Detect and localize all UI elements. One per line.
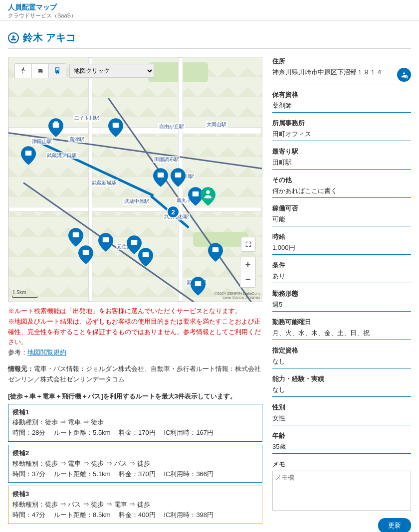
zoom-in-button[interactable]: + <box>240 257 255 272</box>
station-label: 武蔵新城駅 <box>91 179 118 186</box>
cond-label: 条件 <box>272 261 411 270</box>
candidate-title: 候補1 <box>12 407 258 418</box>
svg-point-16 <box>403 72 405 74</box>
svg-rect-8 <box>73 232 79 237</box>
notice-line: ※地図及びルート結果は、必ずしもお客様の使用目的または要求を満たすことおよび正確… <box>8 317 262 348</box>
gender-value: 女性 <box>272 414 411 425</box>
memo-label: メモ <box>272 460 411 469</box>
station-value: 田町駅 <box>272 158 411 170</box>
candidate-title: 候補3 <box>12 489 258 500</box>
map-pin[interactable] <box>78 245 93 264</box>
mode-train-button[interactable] <box>49 64 66 78</box>
other-label: その他 <box>272 176 411 184</box>
ref-label: 参考： <box>8 349 27 356</box>
svg-rect-1 <box>54 122 58 124</box>
reqcert-value: なし <box>272 357 411 368</box>
map-terms-link[interactable]: 地図閲覧規約 <box>27 349 66 356</box>
svg-rect-2 <box>113 123 119 128</box>
svg-rect-10 <box>83 250 89 255</box>
person-header: 鈴木 アキコ <box>8 31 411 49</box>
skill-value: なし <box>272 385 411 397</box>
map-pin[interactable] <box>48 118 63 137</box>
skill-label: 能力・経験・実績 <box>272 374 411 383</box>
svg-rect-13 <box>212 247 219 252</box>
avail-value: 可能 <box>272 215 411 226</box>
map-pin[interactable] <box>171 168 186 187</box>
gender-label: 性別 <box>272 403 411 412</box>
map-pin[interactable] <box>68 228 83 247</box>
cert-label: 保有資格 <box>272 90 411 99</box>
map-pin[interactable] <box>108 118 123 137</box>
station-label: 津田山駅 <box>31 138 53 145</box>
days-value: 月、火、水、木、金、土、日、祝 <box>272 329 411 340</box>
app-header: 人員配置マップ クラウドサービス（SaaS） <box>0 0 419 21</box>
map-scale: 1.5km <box>12 290 37 298</box>
wage-label: 時給 <box>272 232 411 241</box>
address-value: 神奈川県川崎市中原区下沼部１９１４ <box>272 68 393 77</box>
map-pin[interactable] <box>138 248 153 267</box>
station-label: 自由が丘駅 <box>158 123 185 130</box>
reqcert-label: 指定資格 <box>272 346 411 355</box>
map-pin[interactable] <box>191 277 206 296</box>
person-icon <box>8 32 19 43</box>
route-candidate-1[interactable]: 候補1 移動種別：徒歩 ⇒ 電車 ⇒ 徒歩 時間：28分 ルート距離：5.5km… <box>8 404 262 442</box>
station-label: 大岡山駅 <box>206 121 227 128</box>
station-label: 二子玉川駅 <box>73 115 100 122</box>
other-value: 何かあればここに書く <box>272 186 411 198</box>
station-label: 最寄り駅 <box>272 147 411 156</box>
wage-value: 1,000円 <box>272 243 411 255</box>
map-pin[interactable] <box>208 243 223 262</box>
svg-rect-3 <box>25 151 32 156</box>
memo-textarea[interactable] <box>272 471 411 511</box>
map-canvas[interactable]: 二子玉川駅 自由が丘駅 大岡山駅 津田山駅 高津駅 武蔵溝ノ口駅 田園調布駅 多… <box>8 57 262 302</box>
map-mode-select[interactable]: 地図クリック <box>69 64 154 78</box>
source-label: 情報元： <box>8 365 34 372</box>
map-pin[interactable] <box>98 233 113 252</box>
source-text: 電車・バス情報：ジョルダン株式会社、自動車・歩行者ルート情報：株式会社ゼンリン／… <box>8 365 261 383</box>
zoom-out-button[interactable]: − <box>240 272 255 287</box>
candidate-mode: 移動種別：徒歩 ⇒ 電車 ⇒ 徒歩 <box>12 417 258 428</box>
svg-rect-6 <box>193 191 199 196</box>
svg-line-18 <box>407 78 408 78</box>
zoom-control: + − <box>240 257 256 288</box>
svg-point-7 <box>206 190 210 194</box>
fullscreen-button[interactable] <box>241 237 256 252</box>
form-value: 週5 <box>272 300 411 312</box>
candidate-mode: 移動種別：徒歩 ⇒ バス ⇒ 徒歩 ⇒ 電車 ⇒ 徒歩 <box>12 500 258 510</box>
app-title: 人員配置マップ <box>8 3 411 12</box>
office-value: 田町オフィス <box>272 130 411 141</box>
locate-icon[interactable] <box>397 68 411 82</box>
address-label: 住所 <box>272 57 411 66</box>
form-label: 勤務形態 <box>272 289 411 298</box>
candidate-detail: 時間：37分 ルート距離：5.1km 料金：370円 IC利用時：366円 <box>12 469 258 480</box>
update-button[interactable]: 更新 <box>378 518 411 532</box>
office-label: 所属事務所 <box>272 119 411 128</box>
map-cluster[interactable]: 2 <box>167 205 180 218</box>
person-name: 鈴木 アキコ <box>23 31 76 44</box>
app-subtitle: クラウドサービス（SaaS） <box>8 12 411 19</box>
age-value: 35歳 <box>272 442 411 454</box>
cert-value: 薬剤師 <box>272 101 411 113</box>
map-pin-person[interactable] <box>201 187 215 206</box>
cond-value: あり <box>272 272 411 283</box>
route-candidate-2[interactable]: 候補2 移動種別：徒歩 ⇒ 電車 ⇒ 徒歩 ⇒ バス ⇒ 徒歩 時間：37分 ル… <box>8 445 262 483</box>
svg-rect-9 <box>103 237 109 242</box>
mode-car-button[interactable] <box>32 64 49 78</box>
age-label: 年齢 <box>272 431 411 440</box>
candidate-detail: 時間：47分 ルート距離：8.5km 料金：400円 IC利用時：398円 <box>12 510 258 521</box>
svg-rect-5 <box>175 173 182 177</box>
candidate-detail: 時間：28分 ルート距離：5.5km 料金：170円 IC利用時：167円 <box>12 428 258 438</box>
travel-mode-group <box>14 63 66 78</box>
station-label: 武蔵中原駅 <box>123 198 150 205</box>
route-list-header: [徒歩＋車＋電車＋飛行機＋バス]を利用するルートを最大3件表示しています。 <box>8 392 262 401</box>
map-attribution: ©2024 ZENRIN DataComData ©2024 ZENRIN <box>214 292 260 301</box>
station-label: 武蔵溝ノ口駅 <box>46 152 78 159</box>
days-label: 勤務可能曜日 <box>272 318 411 327</box>
candidate-mode: 移動種別：徒歩 ⇒ 電車 ⇒ 徒歩 ⇒ バス ⇒ 徒歩 <box>12 459 258 469</box>
mode-walk-button[interactable] <box>15 64 32 78</box>
map-pin[interactable] <box>21 146 36 165</box>
svg-rect-12 <box>143 252 149 257</box>
route-candidate-3[interactable]: 候補3 移動種別：徒歩 ⇒ バス ⇒ 徒歩 ⇒ 電車 ⇒ 徒歩 時間：47分 ル… <box>8 486 262 524</box>
map-pin[interactable] <box>153 168 168 187</box>
notice-block: ※ルート検索機能は「出発地」をお客様に選んでいただくサービスとなります。 ※地図… <box>8 306 262 385</box>
